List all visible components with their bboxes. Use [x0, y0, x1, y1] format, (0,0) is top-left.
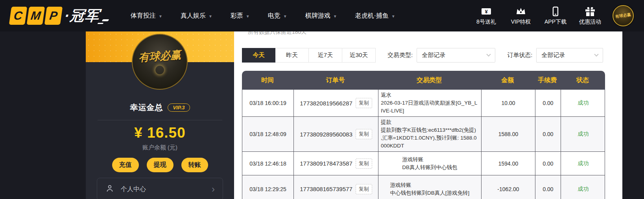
cell-amount: -1062.00: [481, 175, 535, 199]
cell-time: 03/18 12:29:25: [242, 175, 293, 199]
balance-label: 账户余额 (元): [86, 144, 234, 151]
status-badge: 成功: [561, 90, 605, 116]
cell-fee: 0.00: [535, 90, 561, 116]
logo-letter: M: [27, 7, 45, 25]
header-quick-links: ¥ 8号送礼 VIP特权 APP下载 优惠活动: [474, 6, 602, 26]
quick-link-app-download[interactable]: APP下载: [543, 6, 568, 26]
divider: [98, 120, 222, 120]
main-nav: 体育投注 ▼ 真人娱乐 ▼ 彩票 ▼ 电竞 ▼ 棋牌游戏 ▼ 老虎机·捕鱼 ▼: [131, 12, 395, 20]
table-row: 03/18 12:48:09 1773809289560083 复制 提款 提款…: [242, 117, 605, 152]
quick-link-label: 优惠活动: [579, 18, 601, 26]
chevron-down-icon: [487, 52, 491, 56]
nav-label: 真人娱乐: [181, 12, 206, 20]
profile-avatar[interactable]: 有球必赢: [132, 34, 188, 90]
select-value: 全部记录: [541, 52, 565, 59]
tab-last-30-days[interactable]: 近30天: [342, 48, 376, 63]
user-avatar[interactable]: 有球必赢: [613, 5, 634, 26]
chevron-down-icon: ▼: [209, 14, 212, 18]
column-header-type: 交易类型: [378, 71, 481, 90]
nav-item-slots-fishing[interactable]: 老虎机·捕鱼 ▼: [355, 12, 395, 20]
data-retention-notice: 所有数据只保留近180天: [248, 31, 306, 37]
order-number: 1773820819566287: [300, 100, 352, 107]
status-badge: 成功: [561, 117, 605, 151]
chevron-down-icon: ▼: [333, 14, 337, 18]
coupon-icon: ¥: [481, 6, 492, 17]
nav-label: 彩票: [231, 12, 243, 20]
cell-time: 03/18 12:46:18: [242, 152, 293, 175]
copy-button[interactable]: 复制: [356, 184, 372, 194]
user-row: 幸运金总 VIP.3: [86, 102, 234, 113]
transaction-type-select[interactable]: 全部记录: [417, 48, 495, 63]
cell-time: 03/18 16:00:19: [242, 90, 293, 116]
logo-cmp-tiles: C M P: [9, 7, 63, 25]
cell-order-id: 1773808165739577 复制: [293, 175, 378, 199]
golden-ball-decoration: [155, 66, 164, 74]
cell-fee: 0.00: [535, 117, 561, 151]
cell-time: 03/18 12:48:09: [242, 117, 293, 151]
nav-item-sports[interactable]: 体育投注 ▼: [131, 12, 162, 20]
tab-yesterday[interactable]: 昨天: [275, 48, 309, 63]
transaction-type: 游戏转账: [402, 157, 423, 162]
column-header-order-id: 订单号: [293, 71, 378, 90]
column-header-status: 状态: [560, 71, 605, 90]
cell-type: 游戏转账 中心钱包转账到DB真人[游戏免转]: [378, 175, 481, 199]
quick-link-gift-day8[interactable]: ¥ 8号送礼: [474, 6, 498, 26]
transaction-type-label: 交易类型:: [388, 52, 413, 59]
transaction-desc: 2026-03-17日游戏活动奖励派发[G_YB_LIVE-LIVE]: [381, 100, 477, 114]
transaction-desc: DB真人转账到中心钱包: [402, 164, 457, 170]
transactions-table: 时间 订单号 交易类型 金额 手续费 状态 03/18 16:00:19 177…: [242, 71, 605, 199]
tab-last-7-days[interactable]: 近7天: [309, 48, 342, 63]
nav-label: 体育投注: [131, 12, 156, 20]
order-number: 1773809178473587: [300, 160, 352, 167]
nav-item-board-games[interactable]: 棋牌游戏 ▼: [305, 12, 337, 20]
quick-link-label: APP下载: [544, 18, 566, 26]
cell-type: 提款 提款到数字K豆钱包:ec6113***dfb2(免提) ,汇率=1KDDT…: [378, 117, 481, 151]
transaction-type: 游戏转账: [390, 182, 411, 188]
withdraw-button[interactable]: 提现: [147, 158, 173, 172]
cell-type: 游戏转账 DB真人转账到中心钱包: [378, 152, 481, 175]
logo-letter: C: [9, 7, 27, 25]
cell-amount: 1588.00: [481, 117, 535, 151]
cell-order-id: 1773809178473587 复制: [293, 152, 378, 175]
chevron-down-icon: ▼: [246, 14, 250, 18]
transaction-type: 返水: [381, 92, 391, 98]
avatar-text: 有球必赢: [615, 12, 631, 19]
chevron-right-icon: ›: [212, 184, 215, 194]
cell-amount: 10.00: [481, 90, 535, 116]
site-logo[interactable]: C M P ·冠军: [10, 6, 109, 26]
deposit-button[interactable]: 充值: [112, 158, 139, 172]
nav-item-esports[interactable]: 电竞 ▼: [268, 12, 287, 20]
logo-letter: P: [44, 7, 63, 25]
copy-button[interactable]: 复制: [356, 158, 372, 169]
quick-link-vip[interactable]: VIP特权: [509, 6, 533, 26]
page: C M P ·冠军 体育投注 ▼ 真人娱乐 ▼ 彩票 ▼ 电竞 ▼: [0, 0, 644, 199]
quick-link-label: 8号送礼: [476, 18, 496, 26]
transfer-button[interactable]: 转账: [181, 158, 208, 172]
top-header: C M P ·冠军 体育投注 ▼ 真人娱乐 ▼ 彩票 ▼ 电竞 ▼: [0, 0, 644, 31]
nav-label: 电竞: [268, 12, 280, 20]
chevron-down-icon: [594, 52, 599, 56]
column-header-amount: 金额: [481, 71, 535, 90]
cell-order-id: 1773809289560083 复制: [293, 117, 378, 151]
transaction-desc: 提款到数字K豆钱包:ec6113***dfb2(免提) ,汇率=1KDDT:1.…: [381, 127, 476, 149]
wallet-actions: 充值 提现 转账: [86, 158, 234, 172]
vip-level-badge: VIP.3: [168, 103, 190, 112]
svg-text:¥: ¥: [485, 9, 488, 15]
select-value: 全部记录: [422, 52, 445, 59]
sidebar-item-personal-center[interactable]: 个人中心 ›: [97, 178, 223, 199]
chevron-down-icon: ▼: [391, 14, 395, 18]
cell-type: 返水 2026-03-17日游戏活动奖励派发[G_YB_LIVE-LIVE]: [378, 90, 481, 116]
quick-link-promotions[interactable]: 优惠活动: [578, 6, 602, 26]
quick-link-label: VIP特权: [511, 18, 531, 26]
tab-today[interactable]: 今天: [242, 48, 275, 63]
order-number: 1773809289560083: [300, 131, 352, 138]
nav-item-live-casino[interactable]: 真人娱乐 ▼: [181, 12, 212, 20]
order-status-select[interactable]: 全部记录: [536, 48, 603, 63]
filter-controls: 今天 昨天 近7天 近30天 交易类型: 全部记录 订单状态: 全部记录: [242, 48, 603, 63]
chevron-down-icon: ▼: [159, 14, 162, 18]
copy-button[interactable]: 复制: [356, 98, 372, 108]
logo-text: ·冠军: [63, 6, 101, 26]
order-number: 1773808165739577: [300, 186, 352, 192]
copy-button[interactable]: 复制: [356, 129, 372, 139]
nav-item-lottery[interactable]: 彩票 ▼: [231, 12, 250, 20]
